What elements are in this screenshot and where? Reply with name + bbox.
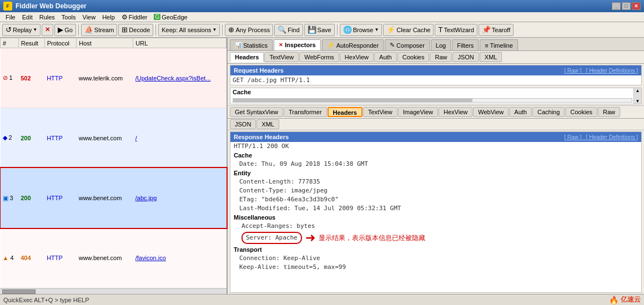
cell-num: ⊘ 1	[1, 48, 19, 108]
cell-protocol: HTTP	[44, 168, 77, 228]
bot-tab-webview[interactable]: WebView	[473, 107, 509, 117]
col-result[interactable]: Result	[18, 38, 44, 48]
right-panel: 📊 Statistics ✕ Inspectors ⚡ AutoResponde…	[228, 38, 644, 294]
resp-entity-title: Entity	[230, 169, 641, 177]
tab-inspectors[interactable]: ✕ Inspectors	[274, 39, 321, 50]
go-button[interactable]: ▶ Go	[54, 24, 76, 36]
replay-dropdown-icon[interactable]: ▼	[33, 27, 37, 32]
request-raw-link[interactable]: [ Raw ]	[564, 68, 581, 74]
find-button[interactable]: 🔍 Find	[274, 24, 303, 36]
save-button[interactable]: 💾 Save	[304, 24, 335, 36]
bot-tab-xml[interactable]: XML	[256, 119, 279, 129]
cell-host: www.benet.com	[77, 168, 133, 228]
resp-content-type: Content-Type: image/jpeg	[230, 186, 641, 195]
table-row[interactable]: ◆ 2 200 HTTP www.benet.com /	[1, 108, 227, 168]
tab-autoresponder[interactable]: ⚡ AutoResponder	[322, 39, 384, 50]
cell-url[interactable]: /abc.jpg	[133, 168, 227, 228]
bot-tab-imageview[interactable]: ImageView	[398, 107, 438, 117]
menu-rules[interactable]: Rules	[36, 13, 58, 21]
tab-composer[interactable]: ✎ Composer	[385, 39, 430, 50]
tab-timeline[interactable]: ≡ Timeline	[480, 39, 518, 50]
insp-tab-cookies[interactable]: Cookies	[398, 52, 430, 62]
menu-file[interactable]: File	[2, 13, 19, 21]
clear-cache-button[interactable]: ⚡ Clear Cache	[383, 24, 434, 36]
resp-connection: Connection: Keep-Alive	[230, 254, 641, 263]
cache-section: Cache ▲ ▼	[230, 88, 642, 104]
request-header-defs-link[interactable]: [ Header Definitions ]	[586, 68, 638, 74]
response-status-line: HTTP/1.1 200 OK	[230, 142, 641, 151]
resp-cache-title: Cache	[230, 151, 641, 160]
x-button[interactable]: ✕	[42, 24, 53, 36]
bot-tab-cookies[interactable]: Cookies	[565, 107, 597, 117]
cell-url[interactable]: /	[133, 108, 227, 168]
insp-tab-json[interactable]: JSON	[452, 52, 479, 62]
insp-tab-raw[interactable]: Raw	[430, 52, 452, 62]
tearoff-button[interactable]: 📌 Tearoff	[479, 24, 514, 36]
resp-last-modified: Last-Modified: Tue, 14 Jul 2009 05:32:31…	[230, 204, 641, 213]
menu-tools[interactable]: Tools	[58, 13, 79, 21]
bot-tab-json[interactable]: JSON	[230, 119, 256, 129]
insp-tab-textview[interactable]: TextView	[264, 52, 299, 62]
keep-button[interactable]: Keep: All sessions ▼	[158, 24, 220, 36]
decode-button[interactable]: ⊞ Decode	[118, 24, 153, 36]
insp-tab-hexview[interactable]: HexView	[340, 52, 374, 62]
bot-tab-headers[interactable]: Headers	[328, 107, 363, 117]
col-num[interactable]: #	[1, 38, 19, 48]
tab-filters[interactable]: Filters	[452, 39, 479, 50]
replay-button[interactable]: ↺ Replay ▼	[2, 24, 41, 36]
menu-fiddler[interactable]: ⚙ Fiddler	[118, 13, 151, 22]
scrollbar-thumb[interactable]	[2, 289, 36, 294]
insp-tab-auth[interactable]: Auth	[374, 52, 397, 62]
col-url[interactable]: URL	[133, 38, 227, 48]
table-row[interactable]: ▲ 4 404 HTTP www.benet.com /favicon.ico	[1, 228, 227, 288]
bot-tab-raw[interactable]: Raw	[598, 107, 620, 117]
window-controls[interactable]: _ □ ✕	[612, 2, 641, 10]
insp-tab-headers[interactable]: Headers	[230, 52, 264, 62]
menu-view[interactable]: View	[79, 13, 99, 21]
bot-tab-syntaxview[interactable]: Get SyntaxView	[230, 107, 283, 117]
scroll-up-btn[interactable]: ▲	[636, 88, 640, 93]
insp-tab-xml[interactable]: XML	[480, 52, 502, 62]
keep-dropdown-icon[interactable]: ▼	[213, 27, 217, 32]
left-scrollbar[interactable]	[0, 288, 227, 294]
bottom-inspector-tab-bar-row2: JSON XML	[228, 119, 644, 130]
bot-tab-transformer[interactable]: Transformer	[284, 107, 327, 117]
menu-geoedge[interactable]: G GeoEdge	[150, 13, 190, 21]
bot-tab-auth[interactable]: Auth	[509, 107, 532, 117]
browse-button[interactable]: 🌐 Browse ▼	[340, 24, 383, 36]
browse-dropdown-icon[interactable]: ▼	[374, 27, 379, 32]
cell-url[interactable]: /UpdateCheck.aspx?isBet...	[133, 48, 227, 108]
resp-transport-title: Transport	[230, 245, 641, 254]
response-header-defs-link[interactable]: [ Header Definitions ]	[586, 134, 638, 140]
tab-log[interactable]: Log	[431, 39, 451, 50]
left-panel: # Result Protocol Host URL ⊘ 1 502 HTTP …	[0, 38, 228, 294]
table-row[interactable]: ▣ 3 200 HTTP www.benet.com /abc.jpg	[1, 168, 227, 228]
response-headers-title: Response Headers [ Raw ] [ Header Defini…	[230, 132, 641, 142]
close-button[interactable]: ✕	[632, 2, 641, 10]
bot-tab-caching[interactable]: Caching	[532, 107, 565, 117]
minimize-button[interactable]: _	[612, 2, 621, 10]
menu-help[interactable]: Help	[99, 13, 118, 21]
cell-url[interactable]: /favicon.ico	[133, 228, 227, 288]
col-protocol[interactable]: Protocol	[44, 38, 77, 48]
bot-tab-hexview[interactable]: HexView	[439, 107, 472, 117]
any-process-button[interactable]: ⊕ Any Process	[225, 24, 273, 36]
col-host[interactable]: Host	[77, 38, 133, 48]
inspectors-icon: ✕	[279, 42, 283, 48]
insp-tab-webforms[interactable]: WebForms	[299, 52, 339, 62]
menu-edit[interactable]: Edit	[19, 13, 36, 21]
scroll-down-btn[interactable]: ▼	[636, 99, 640, 104]
session-table: # Result Protocol Host URL ⊘ 1 502 HTTP …	[0, 38, 227, 288]
textwizard-button[interactable]: T TextWizard	[435, 24, 477, 36]
stream-button[interactable]: ⛵ Stream	[81, 24, 117, 36]
response-raw-link[interactable]: [ Raw ]	[564, 134, 581, 140]
decode-icon: ⊞	[122, 26, 128, 34]
tab-statistics[interactable]: 📊 Statistics	[230, 39, 273, 50]
table-row[interactable]: ⊘ 1 502 HTTP www.telerik.com /UpdateChec…	[1, 48, 227, 108]
cell-protocol: HTTP	[44, 48, 77, 108]
resp-content-length: Content-Length: 777835	[230, 177, 641, 186]
bot-tab-textview[interactable]: TextView	[363, 107, 398, 117]
cell-result: 200	[18, 108, 44, 168]
target-icon: ⊕	[228, 26, 234, 34]
maximize-button[interactable]: □	[622, 2, 631, 10]
